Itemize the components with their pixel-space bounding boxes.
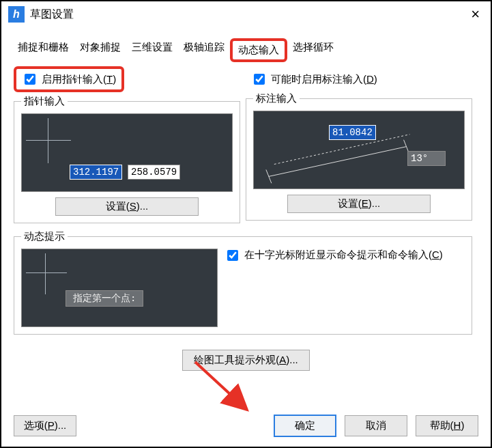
help-button[interactable]: 帮助(H) (416, 415, 478, 436)
titlebar: h 草图设置 × (1, 1, 491, 27)
dimension-input-legend: 标注输入 (253, 92, 300, 105)
crosshair-vertical (48, 118, 48, 163)
pointer-settings-button[interactable]: 设置(S)... (55, 197, 199, 216)
tab-selection-cycle[interactable]: 选择循环 (287, 38, 339, 62)
enable-dimension-input-label: 可能时启用标注输入(D) (271, 73, 377, 86)
enable-dimension-input-checkbox[interactable] (254, 74, 265, 85)
options-button[interactable]: 选项(P)... (14, 415, 76, 436)
crosshair-horizontal (26, 140, 71, 141)
pointer-input-fieldset: 指针输入 312.1197 258.0579 设置(S)... (14, 95, 240, 223)
pointer-input-legend: 指针输入 (21, 95, 68, 108)
svg-line-1 (266, 169, 272, 183)
enable-pointer-input-checkbox[interactable] (25, 74, 35, 85)
cancel-button[interactable]: 取消 (345, 415, 407, 436)
app-icon: h (8, 6, 25, 23)
tooltip-appearance-button[interactable]: 绘图工具提示外观(A)... (182, 350, 310, 371)
tab-dynamic-input[interactable]: 动态输入 (230, 38, 287, 62)
dimension-settings-button[interactable]: 设置(E)... (287, 195, 431, 213)
tab-3d[interactable]: 三维设置 (126, 38, 178, 62)
dimension-angle-value: 13° (407, 151, 446, 166)
close-icon[interactable]: × (467, 5, 484, 23)
dimension-length-value: 81.0842 (329, 125, 376, 140)
dimension-input-column: 可能时启用标注输入(D) 标注输入 81.0842 13° (246, 66, 472, 223)
dialog-footer: 选项(P)... 确定 取消 帮助(H) (1, 415, 491, 437)
pointer-input-column: 启用指针输入(T) 指针输入 312.1197 258.0579 设置(S)..… (14, 66, 240, 223)
ok-button[interactable]: 确定 (274, 415, 336, 437)
show-prompt-near-cursor-wrap: 在十字光标附近显示命令提示和命令输入(C) (225, 249, 465, 327)
tab-polar[interactable]: 极轴追踪 (178, 38, 230, 62)
svg-line-0 (269, 147, 407, 177)
pointer-x-value: 312.1197 (70, 165, 122, 180)
tab-snap-grid[interactable]: 捕捉和栅格 (12, 38, 74, 62)
show-prompt-near-cursor-label: 在十字光标附近显示命令提示和命令输入(C) (244, 249, 443, 327)
pointer-input-preview: 312.1197 258.0579 (21, 113, 233, 192)
dimension-input-fieldset: 标注输入 81.0842 13° 设置(E)... (246, 92, 472, 221)
dynamic-prompt-preview: 指定第一个点: (21, 249, 218, 327)
tab-osnap[interactable]: 对象捕捉 (74, 38, 126, 62)
tab-bar: 捕捉和栅格 对象捕捉 三维设置 极轴追踪 动态输入 选择循环 (1, 27, 491, 62)
command-prompt-text: 指定第一个点: (66, 290, 143, 307)
dimension-line-icon (254, 111, 464, 189)
dialog-window: h 草图设置 × 捕捉和栅格 对象捕捉 三维设置 极轴追踪 动态输入 选择循环 … (0, 0, 492, 448)
pointer-y-value: 258.0579 (128, 165, 180, 180)
enable-pointer-input-label: 启用指针输入(T) (42, 73, 116, 86)
content-area: 启用指针输入(T) 指针输入 312.1197 258.0579 设置(S)..… (1, 62, 491, 371)
window-title: 草图设置 (30, 8, 467, 22)
crosshair-horizontal (26, 272, 67, 273)
crosshair-vertical (45, 253, 46, 294)
dynamic-prompt-legend: 动态提示 (21, 230, 68, 243)
enable-pointer-input-checkbox-wrap: 启用指针输入(T) (14, 66, 124, 92)
dynamic-prompt-fieldset: 动态提示 指定第一个点: 在十字光标附近显示命令提示和命令输入(C) (14, 230, 472, 335)
dimension-input-preview: 81.0842 13° (253, 111, 465, 189)
show-prompt-near-cursor-checkbox[interactable] (227, 250, 238, 261)
